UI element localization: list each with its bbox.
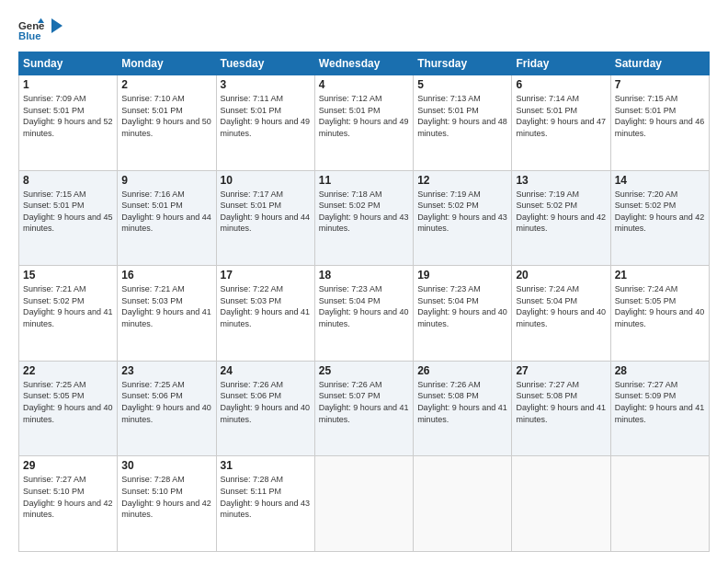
day-cell: 13Sunrise: 7:19 AMSunset: 5:02 PMDayligh…: [512, 170, 610, 266]
header-cell-sunday: Sunday: [19, 52, 118, 75]
day-cell: 21Sunrise: 7:24 AMSunset: 5:05 PMDayligh…: [610, 266, 709, 362]
day-number: 22: [23, 364, 113, 377]
day-cell: 6Sunrise: 7:14 AMSunset: 5:01 PMDaylight…: [512, 75, 610, 171]
day-number: 30: [121, 459, 211, 472]
day-cell: 10Sunrise: 7:17 AMSunset: 5:01 PMDayligh…: [216, 170, 314, 266]
day-number: 28: [615, 364, 705, 377]
cell-text: Sunrise: 7:21 AMSunset: 5:02 PMDaylight:…: [23, 284, 113, 328]
day-number: 4: [319, 78, 409, 91]
week-row-1: 1Sunrise: 7:09 AMSunset: 5:01 PMDaylight…: [19, 75, 710, 171]
day-cell: [512, 456, 610, 552]
week-row-4: 22Sunrise: 7:25 AMSunset: 5:05 PMDayligh…: [19, 361, 710, 456]
day-cell: 2Sunrise: 7:10 AMSunset: 5:01 PMDaylight…: [118, 75, 216, 171]
cell-text: Sunrise: 7:26 AMSunset: 5:08 PMDaylight:…: [417, 380, 507, 424]
calendar-page: General Blue SundayMondayTuesdayWednesda…: [0, 0, 728, 563]
svg-text:Blue: Blue: [18, 30, 41, 41]
day-cell: 1Sunrise: 7:09 AMSunset: 5:01 PMDaylight…: [19, 75, 118, 171]
cell-text: Sunrise: 7:28 AMSunset: 5:11 PMDaylight:…: [221, 475, 311, 519]
cell-text: Sunrise: 7:19 AMSunset: 5:02 PMDaylight:…: [417, 190, 507, 234]
header-cell-friday: Friday: [512, 52, 610, 75]
day-number: 9: [121, 174, 211, 187]
day-cell: 23Sunrise: 7:25 AMSunset: 5:06 PMDayligh…: [118, 361, 216, 456]
day-cell: 5Sunrise: 7:13 AMSunset: 5:01 PMDaylight…: [414, 75, 512, 171]
day-number: 18: [319, 269, 409, 282]
week-row-3: 15Sunrise: 7:21 AMSunset: 5:02 PMDayligh…: [19, 266, 710, 362]
day-number: 16: [121, 269, 211, 282]
cell-text: Sunrise: 7:09 AMSunset: 5:01 PMDaylight:…: [23, 94, 113, 138]
day-number: 6: [516, 78, 606, 91]
cell-text: Sunrise: 7:19 AMSunset: 5:02 PMDaylight:…: [516, 190, 606, 234]
day-number: 31: [221, 459, 311, 472]
day-number: 11: [319, 174, 409, 187]
cell-text: Sunrise: 7:24 AMSunset: 5:05 PMDaylight:…: [615, 284, 705, 328]
day-cell: 31Sunrise: 7:28 AMSunset: 5:11 PMDayligh…: [216, 456, 314, 552]
day-cell: 29Sunrise: 7:27 AMSunset: 5:10 PMDayligh…: [19, 456, 118, 552]
day-number: 15: [23, 269, 113, 282]
day-number: 17: [221, 269, 311, 282]
day-cell: 28Sunrise: 7:27 AMSunset: 5:09 PMDayligh…: [610, 361, 709, 456]
calendar-body: 1Sunrise: 7:09 AMSunset: 5:01 PMDaylight…: [19, 75, 710, 552]
day-number: 19: [417, 269, 507, 282]
day-number: 27: [516, 364, 606, 377]
day-cell: 22Sunrise: 7:25 AMSunset: 5:05 PMDayligh…: [19, 361, 118, 456]
day-cell: 11Sunrise: 7:18 AMSunset: 5:02 PMDayligh…: [314, 170, 413, 266]
day-number: 25: [319, 364, 409, 377]
day-number: 29: [23, 459, 113, 472]
day-cell: 8Sunrise: 7:15 AMSunset: 5:01 PMDaylight…: [19, 170, 118, 266]
day-number: 20: [516, 269, 606, 282]
day-cell: 25Sunrise: 7:26 AMSunset: 5:07 PMDayligh…: [314, 361, 413, 456]
day-cell: 17Sunrise: 7:22 AMSunset: 5:03 PMDayligh…: [216, 266, 314, 362]
day-cell: 3Sunrise: 7:11 AMSunset: 5:01 PMDaylight…: [216, 75, 314, 171]
logo-arrow-icon: [48, 17, 66, 35]
day-cell: 16Sunrise: 7:21 AMSunset: 5:03 PMDayligh…: [118, 266, 216, 362]
day-number: 7: [615, 78, 705, 91]
day-cell: 19Sunrise: 7:23 AMSunset: 5:04 PMDayligh…: [414, 266, 512, 362]
logo: General Blue: [18, 17, 66, 42]
cell-text: Sunrise: 7:10 AMSunset: 5:01 PMDaylight:…: [121, 94, 211, 138]
cell-text: Sunrise: 7:13 AMSunset: 5:01 PMDaylight:…: [417, 94, 507, 138]
cell-text: Sunrise: 7:12 AMSunset: 5:01 PMDaylight:…: [319, 94, 409, 138]
header-cell-tuesday: Tuesday: [216, 52, 314, 75]
cell-text: Sunrise: 7:27 AMSunset: 5:09 PMDaylight:…: [615, 380, 705, 424]
day-number: 10: [221, 174, 311, 187]
cell-text: Sunrise: 7:23 AMSunset: 5:04 PMDaylight:…: [319, 284, 409, 328]
header-cell-thursday: Thursday: [414, 52, 512, 75]
week-row-5: 29Sunrise: 7:27 AMSunset: 5:10 PMDayligh…: [19, 456, 710, 552]
cell-text: Sunrise: 7:28 AMSunset: 5:10 PMDaylight:…: [121, 475, 211, 519]
day-cell: [414, 456, 512, 552]
cell-text: Sunrise: 7:15 AMSunset: 5:01 PMDaylight:…: [615, 94, 705, 138]
day-cell: [610, 456, 709, 552]
day-number: 13: [516, 174, 606, 187]
day-number: 1: [23, 78, 113, 91]
day-cell: 24Sunrise: 7:26 AMSunset: 5:06 PMDayligh…: [216, 361, 314, 456]
day-cell: 27Sunrise: 7:27 AMSunset: 5:08 PMDayligh…: [512, 361, 610, 456]
day-cell: 20Sunrise: 7:24 AMSunset: 5:04 PMDayligh…: [512, 266, 610, 362]
cell-text: Sunrise: 7:22 AMSunset: 5:03 PMDaylight:…: [221, 284, 311, 328]
cell-text: Sunrise: 7:26 AMSunset: 5:06 PMDaylight:…: [221, 380, 311, 424]
day-number: 3: [221, 78, 311, 91]
cell-text: Sunrise: 7:27 AMSunset: 5:10 PMDaylight:…: [23, 475, 113, 519]
day-cell: 18Sunrise: 7:23 AMSunset: 5:04 PMDayligh…: [314, 266, 413, 362]
cell-text: Sunrise: 7:25 AMSunset: 5:06 PMDaylight:…: [121, 380, 211, 424]
header: General Blue: [18, 17, 710, 42]
cell-text: Sunrise: 7:21 AMSunset: 5:03 PMDaylight:…: [121, 284, 211, 328]
cell-text: Sunrise: 7:25 AMSunset: 5:05 PMDaylight:…: [23, 380, 113, 424]
cell-text: Sunrise: 7:16 AMSunset: 5:01 PMDaylight:…: [121, 190, 211, 234]
cell-text: Sunrise: 7:24 AMSunset: 5:04 PMDaylight:…: [516, 284, 606, 328]
day-cell: [314, 456, 413, 552]
day-cell: 15Sunrise: 7:21 AMSunset: 5:02 PMDayligh…: [19, 266, 118, 362]
day-number: 14: [615, 174, 705, 187]
day-cell: 26Sunrise: 7:26 AMSunset: 5:08 PMDayligh…: [414, 361, 512, 456]
cell-text: Sunrise: 7:27 AMSunset: 5:08 PMDaylight:…: [516, 380, 606, 424]
day-number: 24: [221, 364, 311, 377]
calendar-table: SundayMondayTuesdayWednesdayThursdayFrid…: [18, 52, 710, 552]
header-cell-monday: Monday: [118, 52, 216, 75]
day-cell: 14Sunrise: 7:20 AMSunset: 5:02 PMDayligh…: [610, 170, 709, 266]
day-number: 5: [417, 78, 507, 91]
day-cell: 30Sunrise: 7:28 AMSunset: 5:10 PMDayligh…: [118, 456, 216, 552]
cell-text: Sunrise: 7:20 AMSunset: 5:02 PMDaylight:…: [615, 190, 705, 234]
svg-marker-3: [51, 18, 63, 33]
day-number: 2: [121, 78, 211, 91]
cell-text: Sunrise: 7:11 AMSunset: 5:01 PMDaylight:…: [221, 94, 311, 138]
day-cell: 4Sunrise: 7:12 AMSunset: 5:01 PMDaylight…: [314, 75, 413, 171]
